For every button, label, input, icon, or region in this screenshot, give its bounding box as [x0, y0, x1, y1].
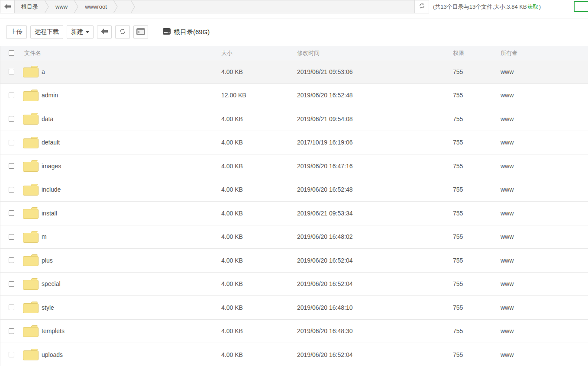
table-row[interactable]: templets 4.00 KB 2019/06/20 16:48:30 755… — [0, 320, 588, 344]
folder-icon[interactable] — [23, 207, 39, 219]
folder-icon[interactable] — [23, 137, 39, 148]
row-checkbox[interactable] — [9, 352, 14, 357]
file-perm: 755 — [453, 233, 501, 240]
file-name[interactable]: style — [42, 304, 54, 311]
file-name[interactable]: include — [42, 186, 61, 193]
breadcrumb-item[interactable]: wwwroot — [78, 0, 118, 13]
table-row[interactable]: special 4.00 KB 2019/06/20 16:52:04 755 … — [0, 273, 588, 296]
file-mtime: 2019/06/20 16:48:30 — [297, 327, 453, 334]
folder-icon[interactable] — [23, 66, 39, 77]
row-checkbox[interactable] — [9, 210, 14, 216]
row-checkbox[interactable] — [9, 93, 14, 98]
file-name[interactable]: templets — [42, 327, 65, 334]
path-refresh-button[interactable] — [415, 0, 429, 13]
remote-download-button[interactable]: 远程下载 — [30, 25, 63, 39]
table-row[interactable]: default 4.00 KB 2017/10/19 16:19:06 755 … — [0, 131, 588, 155]
file-owner: www — [501, 304, 588, 311]
folder-icon[interactable] — [23, 90, 39, 101]
file-name[interactable]: special — [42, 280, 61, 287]
refresh-button[interactable] — [115, 25, 130, 39]
folder-icon[interactable] — [23, 302, 39, 313]
terminal-button[interactable] — [133, 25, 148, 39]
row-checkbox[interactable] — [9, 163, 14, 169]
table-row[interactable]: a 4.00 KB 2019/06/21 09:53:06 755 www — [0, 60, 588, 84]
upload-button[interactable]: 上传 — [6, 25, 27, 39]
file-size: 4.00 KB — [221, 304, 297, 311]
breadcrumb-item[interactable]: 根目录 — [15, 0, 49, 13]
file-name[interactable]: plus — [42, 257, 53, 264]
back-arrow-icon — [101, 29, 108, 35]
file-name[interactable]: default — [42, 139, 60, 146]
go-back-button[interactable] — [97, 25, 112, 39]
row-checkbox-cell — [0, 93, 19, 98]
row-checkbox[interactable] — [9, 187, 14, 193]
row-checkbox[interactable] — [9, 140, 14, 145]
folder-icon[interactable] — [23, 349, 39, 360]
hard-drive-icon — [163, 28, 174, 36]
file-size: 4.00 KB — [221, 163, 297, 170]
file-size: 4.00 KB — [221, 210, 297, 217]
row-name-cell: m — [19, 231, 221, 243]
table-row[interactable]: admin 12.00 KB 2019/06/20 16:52:48 755 w… — [0, 84, 588, 108]
search-input[interactable] — [574, 1, 588, 12]
table-row[interactable]: plus 4.00 KB 2019/06/20 16:52:04 755 www — [0, 249, 588, 273]
folder-icon[interactable] — [23, 278, 39, 290]
file-owner: www — [501, 139, 588, 146]
header-size[interactable]: 大小 — [221, 49, 297, 57]
header-perm[interactable]: 权限 — [453, 49, 501, 57]
file-owner: www — [501, 233, 588, 240]
file-name[interactable]: m — [42, 233, 47, 240]
disk-info[interactable]: 根目录(69G) — [163, 28, 210, 36]
file-mtime: 2019/06/20 16:52:48 — [297, 186, 453, 193]
file-name[interactable]: install — [42, 210, 57, 217]
select-all-checkbox[interactable] — [9, 50, 14, 56]
back-button[interactable] — [0, 0, 15, 13]
table-row[interactable]: data 4.00 KB 2019/06/21 09:54:08 755 www — [0, 107, 588, 131]
folder-icon[interactable] — [23, 231, 39, 243]
get-size-link[interactable]: 获取 — [527, 3, 539, 11]
file-name[interactable]: uploads — [42, 351, 63, 358]
file-name[interactable]: admin — [42, 92, 58, 99]
table-row[interactable]: install 4.00 KB 2019/06/21 09:53:34 755 … — [0, 202, 588, 225]
table-row[interactable]: include 4.00 KB 2019/06/20 16:52:48 755 … — [0, 178, 588, 202]
folder-icon[interactable] — [23, 325, 39, 337]
folder-icon[interactable] — [23, 184, 39, 196]
row-name-cell: admin — [19, 90, 221, 101]
file-size: 4.00 KB — [221, 139, 297, 146]
file-table: 文件名 大小 修改时间 权限 所有者 a 4.00 KB 2019/06/21 … — [0, 46, 588, 366]
table-row[interactable]: style 4.00 KB 2019/06/20 16:48:10 755 ww… — [0, 296, 588, 320]
folder-icon[interactable] — [23, 113, 39, 125]
disk-label: 根目录(69G) — [174, 28, 210, 36]
stats-text: (共13个目录与13个文件,大小:3.84 KB — [433, 3, 527, 11]
file-name[interactable]: a — [42, 68, 45, 75]
file-owner: www — [501, 163, 588, 170]
row-checkbox[interactable] — [9, 257, 14, 263]
new-dropdown-label: 新建 — [71, 28, 83, 36]
file-size: 12.00 KB — [221, 92, 297, 99]
row-checkbox[interactable] — [9, 69, 14, 74]
table-row[interactable]: m 4.00 KB 2019/06/20 16:48:02 755 www — [0, 225, 588, 249]
new-dropdown-button[interactable]: 新建 — [67, 25, 94, 39]
breadcrumb-chevron-icon — [74, 0, 78, 13]
stats-text-suffix: ) — [539, 3, 541, 10]
table-row[interactable]: uploads 4.00 KB 2019/06/20 16:52:04 755 … — [0, 343, 588, 366]
file-perm: 755 — [453, 210, 501, 217]
breadcrumb-item[interactable]: www — [49, 0, 78, 13]
row-checkbox[interactable] — [9, 234, 14, 240]
file-name[interactable]: data — [42, 116, 53, 122]
table-row[interactable]: images 4.00 KB 2019/06/20 16:47:16 755 w… — [0, 154, 588, 178]
file-name[interactable]: images — [42, 163, 61, 170]
header-owner[interactable]: 所有者 — [501, 49, 588, 57]
folder-icon[interactable] — [23, 160, 39, 172]
folder-icon[interactable] — [23, 254, 39, 266]
breadcrumb-item[interactable] — [118, 0, 135, 13]
file-owner: www — [501, 92, 588, 99]
row-name-cell: style — [19, 302, 221, 313]
row-checkbox[interactable] — [9, 116, 14, 122]
row-checkbox-cell — [0, 140, 19, 145]
header-mtime[interactable]: 修改时间 — [297, 49, 453, 57]
row-checkbox[interactable] — [9, 328, 14, 334]
row-checkbox[interactable] — [9, 305, 14, 310]
header-name[interactable]: 文件名 — [19, 49, 221, 57]
row-checkbox[interactable] — [9, 281, 14, 287]
